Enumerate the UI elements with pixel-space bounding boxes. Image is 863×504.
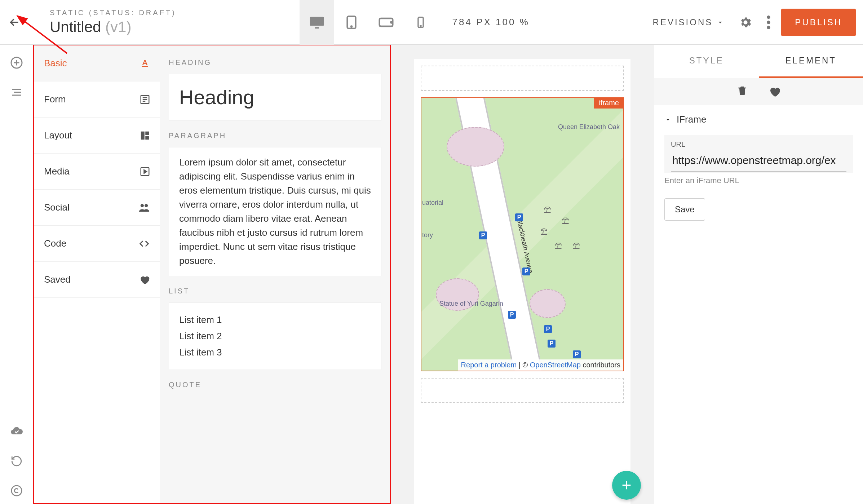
cloud-sync-icon[interactable] <box>10 424 23 438</box>
category-basic[interactable]: Basic <box>34 45 160 81</box>
map-picnic-icon: ⛱ <box>562 217 569 225</box>
delete-icon[interactable] <box>736 85 748 98</box>
drop-zone-bottom[interactable] <box>421 378 624 403</box>
url-input[interactable] <box>671 150 846 172</box>
svg-rect-14 <box>141 131 145 140</box>
selected-element-tag: iframe <box>594 97 624 109</box>
svg-rect-15 <box>145 131 149 135</box>
drop-zone-top[interactable] <box>421 66 624 91</box>
add-fab-button[interactable] <box>612 471 641 500</box>
page-canvas[interactable]: iframe Blackheath Avenue Queen Elizabeth… <box>414 59 630 504</box>
map-poi-oak: Queen Elizabeth Oak <box>558 123 620 131</box>
svg-point-5 <box>391 22 392 23</box>
svg-point-18 <box>141 204 144 207</box>
map-osm-link[interactable]: OpenStreetMap <box>530 361 581 369</box>
people-icon <box>138 202 150 213</box>
svg-rect-1 <box>315 27 319 28</box>
back-button[interactable] <box>7 15 22 30</box>
category-label: Saved <box>44 274 71 285</box>
category-social[interactable]: Social <box>34 190 160 226</box>
category-label: Basic <box>44 58 67 69</box>
preview-list-block[interactable]: List item 1List item 2List item 3 <box>169 302 381 370</box>
svg-rect-0 <box>310 17 323 26</box>
tab-element[interactable]: ELEMENT <box>759 45 863 78</box>
gear-icon[interactable] <box>739 16 752 29</box>
preview-heading-block[interactable]: Heading <box>169 74 381 121</box>
code-icon <box>138 238 150 249</box>
map-poi-uatorial: uatorial <box>422 199 443 207</box>
svg-point-3 <box>351 26 352 27</box>
page-status: STATIC (STATUS: DRAFT) <box>50 9 176 17</box>
map-building-3 <box>530 289 566 318</box>
copyright-icon[interactable] <box>10 485 23 497</box>
page-version: (v1) <box>105 18 131 35</box>
device-tablet-landscape-button[interactable] <box>369 0 403 45</box>
category-form[interactable]: Form <box>34 81 160 118</box>
map-parking-icon: P <box>544 325 552 333</box>
iframe-collapse-header[interactable]: IFrame <box>664 114 853 125</box>
preview-section-quote: QUOTE <box>169 381 381 389</box>
svg-point-10 <box>767 26 771 29</box>
device-tablet-portrait-button[interactable] <box>334 0 369 45</box>
map-parking-icon: P <box>479 231 487 239</box>
preview-section-paragraph: PARAGRAPH <box>169 132 381 140</box>
publish-button[interactable]: PUBLISH <box>781 9 856 36</box>
svg-point-12 <box>12 486 22 496</box>
collapse-title: IFrame <box>677 114 706 125</box>
svg-point-8 <box>767 16 771 19</box>
more-menu-icon[interactable] <box>767 16 770 29</box>
map-parking-icon: P <box>508 311 516 319</box>
text-style-icon <box>140 58 150 69</box>
page-title[interactable]: Untitled (v1) <box>50 18 176 36</box>
category-media[interactable]: Media <box>34 154 160 190</box>
list-item: List item 2 <box>179 329 371 343</box>
tab-style[interactable]: STYLE <box>654 45 759 78</box>
outline-icon[interactable] <box>11 87 22 98</box>
map-picnic-icon: ⛱ <box>555 242 562 251</box>
list-item: List item 1 <box>179 313 371 327</box>
heart-icon <box>139 274 150 286</box>
category-code[interactable]: Code <box>34 226 160 262</box>
iframe-element-selected[interactable]: iframe Blackheath Avenue Queen Elizabeth… <box>421 97 624 371</box>
map-picnic-icon: ⛱ <box>573 242 580 251</box>
canvas-dimensions: 784 PX 100 % <box>452 0 530 45</box>
favorite-icon[interactable] <box>768 85 781 98</box>
preview-section-list: LIST <box>169 287 381 295</box>
layout-icon <box>140 130 150 141</box>
category-label: Form <box>44 94 66 105</box>
svg-point-9 <box>767 21 771 24</box>
map-attribution: Report a problem | © OpenStreetMap contr… <box>458 359 623 371</box>
map-parking-icon: P <box>515 213 523 221</box>
device-phone-button[interactable] <box>403 0 438 45</box>
category-label: Media <box>44 166 70 177</box>
map-poi-statue: Statue of Yuri Gagarin <box>439 300 503 308</box>
url-field-label: URL <box>671 140 846 149</box>
form-icon <box>140 94 150 105</box>
chevron-down-icon <box>664 116 672 123</box>
category-layout[interactable]: Layout <box>34 118 160 154</box>
map-poi-tory: tory <box>422 231 433 239</box>
preview-section-heading: HEADING <box>169 58 381 67</box>
map-report-link[interactable]: Report a problem <box>461 361 517 369</box>
page-title-text: Untitled <box>50 18 101 35</box>
revisions-label: REVISIONS <box>653 17 713 27</box>
save-button[interactable]: Save <box>664 198 705 221</box>
category-label: Layout <box>44 130 72 141</box>
category-saved[interactable]: Saved <box>34 262 160 298</box>
svg-point-7 <box>420 25 421 26</box>
history-icon[interactable] <box>10 455 23 467</box>
svg-point-19 <box>145 204 148 207</box>
map-parking-icon: P <box>573 350 581 358</box>
revisions-menu[interactable]: REVISIONS <box>653 17 725 27</box>
category-label: Social <box>44 202 70 213</box>
map-picnic-icon: ⛱ <box>544 206 551 215</box>
elements-panel: BasicFormLayoutMediaSocialCodeSaved HEAD… <box>33 45 391 504</box>
device-desktop-button[interactable] <box>300 0 334 45</box>
add-element-icon[interactable] <box>10 56 23 69</box>
map-parking-icon: P <box>522 268 530 275</box>
media-icon <box>140 166 150 177</box>
svg-rect-16 <box>145 136 149 140</box>
map-picnic-icon: ⛱ <box>540 228 548 236</box>
preview-paragraph-block[interactable]: Lorem ipsum dolor sit amet, consectetur … <box>169 147 381 276</box>
list-item: List item 3 <box>179 345 371 359</box>
